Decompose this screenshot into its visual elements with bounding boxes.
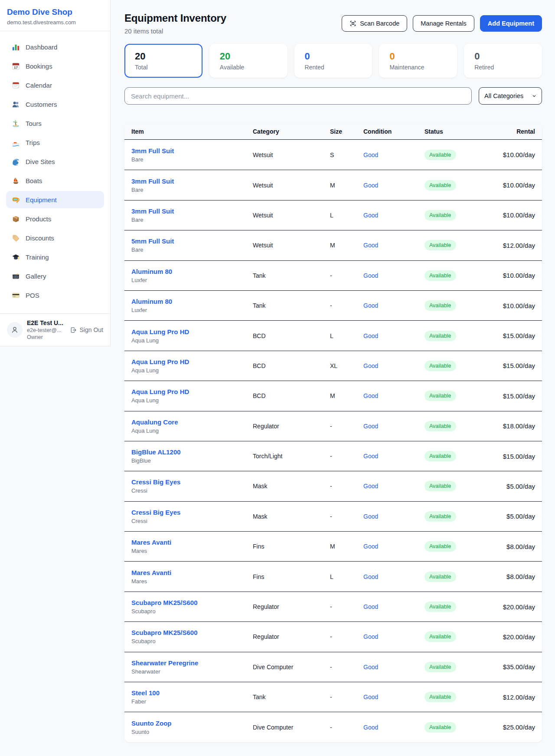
cell-item: Steel 100 Faber xyxy=(131,689,253,705)
dashboard-icon xyxy=(11,43,20,51)
condition-link[interactable]: Good xyxy=(363,513,378,520)
table-row[interactable]: Mares Avanti Mares Fins M Good Available… xyxy=(124,531,542,561)
table-row[interactable]: 3mm Full Suit Bare Wetsuit L Good Availa… xyxy=(124,200,542,230)
table-row[interactable]: Aqua Lung Pro HD Aqua Lung BCD M Good Av… xyxy=(124,381,542,411)
item-link[interactable]: 5mm Full Suit xyxy=(131,237,174,245)
stat-card-maintenance[interactable]: 0 Maintenance xyxy=(379,44,457,78)
add-equipment-button[interactable]: Add Equipment xyxy=(480,15,542,32)
condition-link[interactable]: Good xyxy=(363,633,378,640)
stat-label: Available xyxy=(220,64,277,71)
condition-link[interactable]: Good xyxy=(363,423,378,430)
stat-card-retired[interactable]: 0 Retired xyxy=(464,44,542,78)
table-row[interactable]: Scubapro MK25/S600 Scubapro Regulator - … xyxy=(124,592,542,621)
item-link[interactable]: Aqualung Core xyxy=(131,418,178,426)
stat-label: Maintenance xyxy=(389,64,447,71)
item-link[interactable]: Aqua Lung Pro HD xyxy=(131,388,189,395)
sidebar-item-pos[interactable]: POS xyxy=(6,286,104,304)
condition-link[interactable]: Good xyxy=(363,212,378,219)
sidebar-item-equipment[interactable]: Equipment xyxy=(6,191,104,208)
item-link[interactable]: Cressi Big Eyes xyxy=(131,509,180,516)
item-link[interactable]: BigBlue AL1200 xyxy=(131,448,181,456)
condition-link[interactable]: Good xyxy=(363,543,378,550)
table-row[interactable]: Aqua Lung Pro HD Aqua Lung BCD L Good Av… xyxy=(124,320,542,350)
condition-link[interactable]: Good xyxy=(363,724,378,731)
condition-link[interactable]: Good xyxy=(363,362,378,369)
stat-card-total[interactable]: 20 Total xyxy=(124,44,202,78)
condition-link[interactable]: Good xyxy=(363,573,378,580)
manage-rentals-button[interactable]: Manage Rentals xyxy=(413,15,474,32)
shop-title[interactable]: Demo Dive Shop xyxy=(7,7,103,17)
stat-cards: 20 Total 20 Available 0 Rented 0 Mainten… xyxy=(124,44,542,78)
cell-condition: Good xyxy=(363,694,424,700)
sidebar-item-label: Customers xyxy=(26,101,57,108)
item-link[interactable]: Mares Avanti xyxy=(131,569,171,576)
category-select[interactable]: All Categories xyxy=(479,87,542,105)
item-link[interactable]: Mares Avanti xyxy=(131,539,171,546)
item-link[interactable]: Steel 100 xyxy=(131,689,160,697)
condition-link[interactable]: Good xyxy=(363,664,378,671)
condition-link[interactable]: Good xyxy=(363,272,378,279)
table-row[interactable]: Suunto Zoop Suunto Dive Computer - Good … xyxy=(124,712,542,742)
item-link[interactable]: Aluminum 80 xyxy=(131,268,172,275)
table-row[interactable]: Cressi Big Eyes Cressi Mask - Good Avail… xyxy=(124,471,542,501)
item-link[interactable]: Cressi Big Eyes xyxy=(131,478,180,486)
sidebar-item-label: Calendar xyxy=(26,82,52,89)
item-link[interactable]: Aqua Lung Pro HD xyxy=(131,358,189,365)
stat-card-rented[interactable]: 0 Rented xyxy=(294,44,372,78)
table-row[interactable]: 5mm Full Suit Bare Wetsuit M Good Availa… xyxy=(124,230,542,260)
table-row[interactable]: Aluminum 80 Luxfer Tank - Good Available… xyxy=(124,260,542,290)
condition-link[interactable]: Good xyxy=(363,332,378,339)
stat-card-available[interactable]: 20 Available xyxy=(209,44,287,78)
table-row[interactable]: Aluminum 80 Luxfer Tank - Good Available… xyxy=(124,290,542,320)
table-row[interactable]: Steel 100 Faber Tank - Good Available $1… xyxy=(124,682,542,712)
sidebar-item-training[interactable]: Training xyxy=(6,248,104,266)
condition-link[interactable]: Good xyxy=(363,453,378,460)
sidebar-item-calendar[interactable]: Calendar xyxy=(6,76,104,94)
sign-out-label: Sign Out xyxy=(80,326,103,333)
table-row[interactable]: 3mm Full Suit Bare Wetsuit S Good Availa… xyxy=(124,140,542,170)
condition-link[interactable]: Good xyxy=(363,242,378,249)
sidebar-item-dive-sites[interactable]: Dive Sites xyxy=(6,153,104,170)
sidebar-item-dashboard[interactable]: Dashboard xyxy=(6,38,104,56)
table-row[interactable]: 3mm Full Suit Bare Wetsuit M Good Availa… xyxy=(124,170,542,200)
table-row[interactable]: Aqualung Core Aqua Lung Regulator - Good… xyxy=(124,411,542,441)
sidebar-item-trips[interactable]: Trips xyxy=(6,134,104,151)
cell-size: - xyxy=(330,724,363,731)
item-link[interactable]: Scubapro MK25/S600 xyxy=(131,629,198,636)
sidebar-item-discounts[interactable]: Discounts xyxy=(6,229,104,247)
sidebar-item-gallery[interactable]: Gallery xyxy=(6,267,104,285)
cell-rental: $15.00/day xyxy=(492,453,535,460)
item-link[interactable]: Suunto Zoop xyxy=(131,720,171,727)
sidebar-item-tours[interactable]: Tours xyxy=(6,115,104,132)
item-link[interactable]: Aqua Lung Pro HD xyxy=(131,328,189,335)
sidebar-item-boats[interactable]: Boats xyxy=(6,172,104,189)
condition-link[interactable]: Good xyxy=(363,392,378,399)
search-input[interactable] xyxy=(124,87,472,105)
sidebar-item-label: Training xyxy=(26,253,49,261)
condition-link[interactable]: Good xyxy=(363,302,378,309)
sidebar-item-products[interactable]: Products xyxy=(6,210,104,227)
item-link[interactable]: 3mm Full Suit xyxy=(131,147,174,154)
table-row[interactable]: BigBlue AL1200 BigBlue Torch/Light - Goo… xyxy=(124,441,542,471)
sidebar-item-bookings[interactable]: 17 Bookings xyxy=(6,57,104,75)
item-link[interactable]: 3mm Full Suit xyxy=(131,207,174,215)
condition-link[interactable]: Good xyxy=(363,151,378,158)
item-link[interactable]: Shearwater Peregrine xyxy=(131,659,198,667)
condition-link[interactable]: Good xyxy=(363,603,378,610)
condition-link[interactable]: Good xyxy=(363,483,378,490)
cell-category: Wetsuit xyxy=(253,151,330,158)
table-row[interactable]: Cressi Big Eyes Cressi Mask - Good Avail… xyxy=(124,501,542,531)
item-link[interactable]: 3mm Full Suit xyxy=(131,177,174,185)
scan-barcode-button[interactable]: Scan Barcode xyxy=(342,15,407,32)
table-row[interactable]: Mares Avanti Mares Fins L Good Available… xyxy=(124,561,542,591)
table-row[interactable]: Scubapro MK25/S600 Scubapro Regulator - … xyxy=(124,621,542,651)
table-row[interactable]: Aqua Lung Pro HD Aqua Lung BCD XL Good A… xyxy=(124,351,542,381)
item-link[interactable]: Scubapro MK25/S600 xyxy=(131,599,198,606)
item-link[interactable]: Aluminum 80 xyxy=(131,298,172,305)
table-row[interactable]: Shearwater Peregrine Shearwater Dive Com… xyxy=(124,652,542,682)
sidebar-item-customers[interactable]: Customers xyxy=(6,95,104,113)
sign-out-button[interactable]: Sign Out xyxy=(70,326,103,334)
condition-link[interactable]: Good xyxy=(363,694,378,700)
cell-rental: $5.00/day xyxy=(492,483,535,490)
condition-link[interactable]: Good xyxy=(363,182,378,189)
